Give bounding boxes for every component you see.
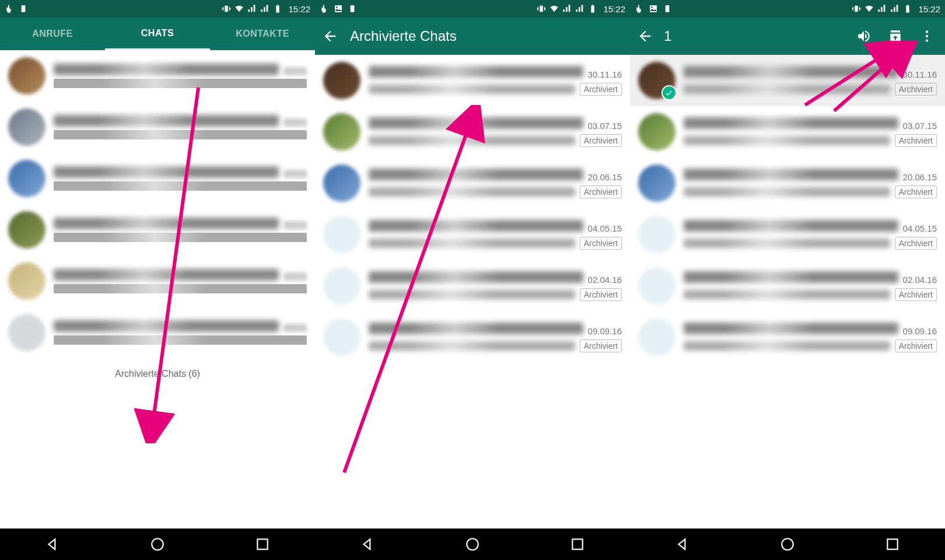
chat-date [284, 118, 307, 127]
svg-point-23 [926, 35, 928, 37]
svg-point-4 [152, 538, 163, 550]
tab-chats[interactable]: CHATS [105, 18, 210, 50]
svg-rect-5 [257, 539, 267, 549]
archived-row[interactable]: 04.05.15Archiviert [315, 209, 630, 260]
archived-badge: Archiviert [580, 340, 622, 352]
contact-name [54, 320, 279, 332]
recents-nav-icon[interactable] [570, 537, 585, 552]
wifi-icon [864, 4, 874, 13]
archived-row[interactable]: 02.04.16Archiviert [315, 260, 630, 312]
archived-row[interactable]: 02.04.16Archiviert [630, 260, 945, 312]
chat-date: 30.11.16 [588, 69, 622, 79]
avatar[interactable] [323, 216, 360, 253]
contact-name [369, 169, 583, 180]
contact-name [369, 117, 583, 129]
chat-date: 09.09.16 [588, 326, 622, 336]
avatar[interactable] [8, 211, 46, 249]
recents-nav-icon[interactable] [255, 537, 270, 552]
avatar[interactable] [8, 314, 46, 351]
archived-row[interactable]: 30.11.16Archiviert [315, 55, 630, 106]
avatar[interactable] [323, 164, 360, 202]
back-nav-icon[interactable] [675, 537, 690, 552]
unarchive-icon[interactable] [888, 29, 903, 44]
chat-row[interactable] [0, 153, 315, 204]
avatar[interactable] [8, 262, 46, 300]
home-nav-icon[interactable] [150, 537, 165, 552]
chat-list: Archivierte Chats (6) [0, 50, 315, 528]
chat-preview [54, 284, 307, 293]
recents-nav-icon[interactable] [885, 537, 900, 552]
chat-row[interactable] [0, 204, 315, 256]
home-nav-icon[interactable] [465, 537, 480, 552]
archived-row[interactable]: 09.09.16Archiviert [315, 312, 630, 363]
avatar[interactable] [638, 267, 676, 304]
archived-row[interactable]: 04.05.15Archiviert [630, 209, 945, 260]
archived-row[interactable]: 03.07.15Archiviert [315, 106, 630, 158]
chat-preview [369, 341, 575, 351]
chat-preview [54, 130, 307, 139]
archived-row[interactable]: 20.06.15Archiviert [630, 158, 945, 209]
back-nav-icon[interactable] [360, 537, 375, 552]
avatar[interactable] [638, 113, 676, 150]
archived-list: 30.11.16Archiviert 03.07.15Archiviert 20… [630, 55, 945, 528]
status-bar: 15:22 [630, 0, 945, 18]
chat-row[interactable] [0, 102, 315, 153]
selection-app-bar: 1 [630, 18, 945, 55]
speaker-icon [663, 4, 672, 13]
svg-point-22 [926, 30, 928, 33]
back-arrow-icon[interactable] [322, 28, 338, 44]
battery-icon [903, 4, 912, 13]
chat-row[interactable] [0, 256, 315, 307]
chat-preview [54, 233, 307, 242]
status-bar: 15:22 [315, 0, 630, 18]
vibrate-icon [222, 4, 231, 13]
archived-badge: Archiviert [895, 186, 937, 198]
chat-date: 30.11.16 [903, 69, 937, 79]
archived-row[interactable]: 03.07.15Archiviert [630, 106, 945, 158]
more-menu-icon[interactable] [919, 29, 935, 44]
avatar[interactable] [638, 318, 676, 356]
avatar[interactable] [8, 160, 46, 197]
wifi-icon [550, 4, 559, 13]
avatar[interactable] [8, 108, 46, 146]
chat-preview [369, 85, 575, 94]
tab-kontakte[interactable]: KONTAKTE [210, 18, 315, 50]
archived-chats-link[interactable]: Archivierte Chats (6) [0, 358, 315, 392]
avatar[interactable] [323, 318, 360, 356]
avatar[interactable] [323, 62, 360, 99]
avatar[interactable] [323, 267, 360, 304]
avatar[interactable] [638, 164, 676, 202]
status-time: 15:22 [288, 4, 310, 14]
chat-row[interactable] [0, 307, 315, 358]
chat-row[interactable] [0, 50, 315, 102]
speaker-icon [348, 4, 357, 13]
svg-rect-10 [540, 6, 543, 12]
chat-preview [54, 181, 307, 191]
chat-date [284, 324, 307, 332]
touch-icon [635, 4, 644, 13]
signal-icon-2 [260, 4, 270, 13]
chat-preview [54, 335, 307, 345]
avatar[interactable] [638, 216, 676, 253]
status-time: 15:22 [918, 4, 940, 14]
tab-anrufe[interactable]: ANRUFE [0, 18, 105, 50]
chat-preview [369, 239, 575, 248]
battery-icon [588, 4, 597, 13]
chat-date: 20.06.15 [903, 172, 937, 182]
avatar[interactable] [323, 113, 360, 150]
svg-point-25 [782, 538, 793, 550]
status-time: 15:22 [603, 4, 625, 14]
archived-row-selected[interactable]: 30.11.16Archiviert [630, 55, 945, 106]
archived-row[interactable]: 20.06.15Archiviert [315, 158, 630, 209]
archived-row[interactable]: 09.09.16Archiviert [630, 312, 945, 363]
back-arrow-icon[interactable] [637, 28, 653, 44]
signal-icon [877, 4, 887, 13]
back-nav-icon[interactable] [45, 537, 60, 552]
signal-icon [562, 4, 572, 13]
svg-rect-12 [592, 5, 594, 5]
home-nav-icon[interactable] [780, 537, 795, 552]
volume-icon[interactable] [856, 29, 872, 44]
contact-name [684, 117, 898, 129]
tab-bar: ANRUFE CHATS KONTAKTE [0, 18, 315, 50]
avatar[interactable] [8, 57, 46, 94]
